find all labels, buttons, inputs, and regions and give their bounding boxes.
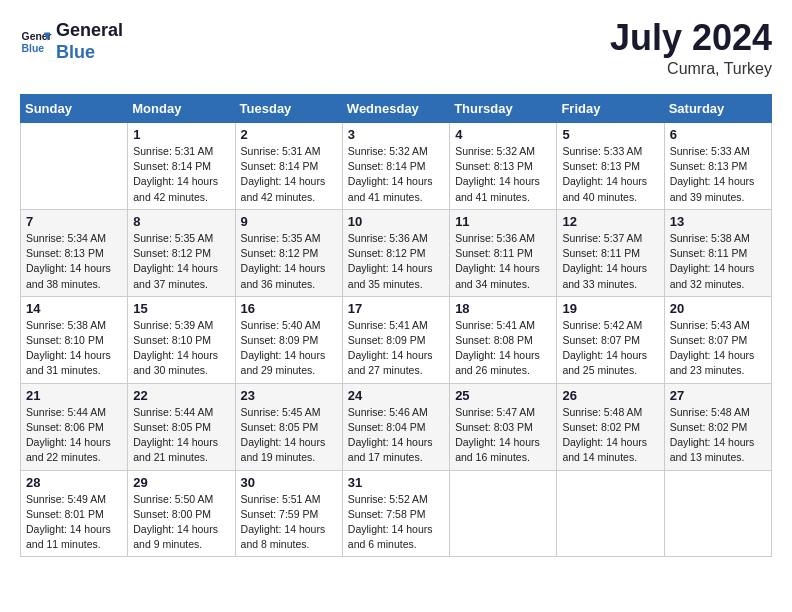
day-number: 14: [26, 301, 122, 316]
day-number: 4: [455, 127, 551, 142]
day-number: 10: [348, 214, 444, 229]
day-number: 21: [26, 388, 122, 403]
day-info: Sunrise: 5:44 AMSunset: 8:05 PMDaylight:…: [133, 405, 229, 466]
day-info: Sunrise: 5:39 AMSunset: 8:10 PMDaylight:…: [133, 318, 229, 379]
table-row: 4Sunrise: 5:32 AMSunset: 8:13 PMDaylight…: [450, 123, 557, 210]
day-info: Sunrise: 5:35 AMSunset: 8:12 PMDaylight:…: [133, 231, 229, 292]
day-number: 6: [670, 127, 766, 142]
day-number: 7: [26, 214, 122, 229]
day-number: 20: [670, 301, 766, 316]
day-number: 3: [348, 127, 444, 142]
table-row: 6Sunrise: 5:33 AMSunset: 8:13 PMDaylight…: [664, 123, 771, 210]
page-header: General Blue GeneralBlue July 2024 Cumra…: [20, 20, 772, 78]
day-number: 2: [241, 127, 337, 142]
day-info: Sunrise: 5:46 AMSunset: 8:04 PMDaylight:…: [348, 405, 444, 466]
day-number: 9: [241, 214, 337, 229]
day-info: Sunrise: 5:50 AMSunset: 8:00 PMDaylight:…: [133, 492, 229, 553]
table-row: 26Sunrise: 5:48 AMSunset: 8:02 PMDayligh…: [557, 383, 664, 470]
location: Cumra, Turkey: [610, 60, 772, 78]
day-info: Sunrise: 5:31 AMSunset: 8:14 PMDaylight:…: [133, 144, 229, 205]
table-row: 18Sunrise: 5:41 AMSunset: 8:08 PMDayligh…: [450, 296, 557, 383]
day-number: 31: [348, 475, 444, 490]
day-number: 30: [241, 475, 337, 490]
day-number: 12: [562, 214, 658, 229]
table-row: 24Sunrise: 5:46 AMSunset: 8:04 PMDayligh…: [342, 383, 449, 470]
day-info: Sunrise: 5:45 AMSunset: 8:05 PMDaylight:…: [241, 405, 337, 466]
table-row: 19Sunrise: 5:42 AMSunset: 8:07 PMDayligh…: [557, 296, 664, 383]
table-row: [557, 470, 664, 557]
table-row: 20Sunrise: 5:43 AMSunset: 8:07 PMDayligh…: [664, 296, 771, 383]
table-row: 12Sunrise: 5:37 AMSunset: 8:11 PMDayligh…: [557, 209, 664, 296]
table-row: 21Sunrise: 5:44 AMSunset: 8:06 PMDayligh…: [21, 383, 128, 470]
table-row: 17Sunrise: 5:41 AMSunset: 8:09 PMDayligh…: [342, 296, 449, 383]
calendar-header-row: Sunday Monday Tuesday Wednesday Thursday…: [21, 95, 772, 123]
table-row: 28Sunrise: 5:49 AMSunset: 8:01 PMDayligh…: [21, 470, 128, 557]
day-info: Sunrise: 5:34 AMSunset: 8:13 PMDaylight:…: [26, 231, 122, 292]
table-row: 27Sunrise: 5:48 AMSunset: 8:02 PMDayligh…: [664, 383, 771, 470]
month-year: July 2024: [610, 20, 772, 56]
table-row: [450, 470, 557, 557]
day-info: Sunrise: 5:36 AMSunset: 8:11 PMDaylight:…: [455, 231, 551, 292]
table-row: 30Sunrise: 5:51 AMSunset: 7:59 PMDayligh…: [235, 470, 342, 557]
day-info: Sunrise: 5:48 AMSunset: 8:02 PMDaylight:…: [670, 405, 766, 466]
day-number: 26: [562, 388, 658, 403]
table-row: 13Sunrise: 5:38 AMSunset: 8:11 PMDayligh…: [664, 209, 771, 296]
col-tuesday: Tuesday: [235, 95, 342, 123]
logo-icon: General Blue: [20, 26, 52, 58]
day-number: 13: [670, 214, 766, 229]
table-row: 25Sunrise: 5:47 AMSunset: 8:03 PMDayligh…: [450, 383, 557, 470]
table-row: 7Sunrise: 5:34 AMSunset: 8:13 PMDaylight…: [21, 209, 128, 296]
day-info: Sunrise: 5:40 AMSunset: 8:09 PMDaylight:…: [241, 318, 337, 379]
day-number: 29: [133, 475, 229, 490]
day-number: 16: [241, 301, 337, 316]
table-row: 3Sunrise: 5:32 AMSunset: 8:14 PMDaylight…: [342, 123, 449, 210]
day-number: 19: [562, 301, 658, 316]
day-info: Sunrise: 5:32 AMSunset: 8:13 PMDaylight:…: [455, 144, 551, 205]
day-info: Sunrise: 5:44 AMSunset: 8:06 PMDaylight:…: [26, 405, 122, 466]
col-wednesday: Wednesday: [342, 95, 449, 123]
col-friday: Friday: [557, 95, 664, 123]
day-info: Sunrise: 5:31 AMSunset: 8:14 PMDaylight:…: [241, 144, 337, 205]
day-number: 28: [26, 475, 122, 490]
table-row: 1Sunrise: 5:31 AMSunset: 8:14 PMDaylight…: [128, 123, 235, 210]
day-number: 27: [670, 388, 766, 403]
table-row: 10Sunrise: 5:36 AMSunset: 8:12 PMDayligh…: [342, 209, 449, 296]
table-row: 9Sunrise: 5:35 AMSunset: 8:12 PMDaylight…: [235, 209, 342, 296]
day-info: Sunrise: 5:41 AMSunset: 8:08 PMDaylight:…: [455, 318, 551, 379]
calendar-table: Sunday Monday Tuesday Wednesday Thursday…: [20, 94, 772, 557]
day-info: Sunrise: 5:32 AMSunset: 8:14 PMDaylight:…: [348, 144, 444, 205]
day-number: 25: [455, 388, 551, 403]
day-info: Sunrise: 5:37 AMSunset: 8:11 PMDaylight:…: [562, 231, 658, 292]
day-number: 11: [455, 214, 551, 229]
table-row: 11Sunrise: 5:36 AMSunset: 8:11 PMDayligh…: [450, 209, 557, 296]
day-info: Sunrise: 5:35 AMSunset: 8:12 PMDaylight:…: [241, 231, 337, 292]
table-row: 2Sunrise: 5:31 AMSunset: 8:14 PMDaylight…: [235, 123, 342, 210]
table-row: 15Sunrise: 5:39 AMSunset: 8:10 PMDayligh…: [128, 296, 235, 383]
day-info: Sunrise: 5:41 AMSunset: 8:09 PMDaylight:…: [348, 318, 444, 379]
day-number: 15: [133, 301, 229, 316]
day-info: Sunrise: 5:43 AMSunset: 8:07 PMDaylight:…: [670, 318, 766, 379]
col-thursday: Thursday: [450, 95, 557, 123]
table-row: [21, 123, 128, 210]
title-block: July 2024 Cumra, Turkey: [610, 20, 772, 78]
table-row: 31Sunrise: 5:52 AMSunset: 7:58 PMDayligh…: [342, 470, 449, 557]
svg-text:Blue: Blue: [22, 42, 45, 53]
day-number: 17: [348, 301, 444, 316]
col-saturday: Saturday: [664, 95, 771, 123]
logo: General Blue GeneralBlue: [20, 20, 123, 63]
day-number: 18: [455, 301, 551, 316]
day-number: 8: [133, 214, 229, 229]
day-info: Sunrise: 5:47 AMSunset: 8:03 PMDaylight:…: [455, 405, 551, 466]
table-row: 14Sunrise: 5:38 AMSunset: 8:10 PMDayligh…: [21, 296, 128, 383]
day-info: Sunrise: 5:42 AMSunset: 8:07 PMDaylight:…: [562, 318, 658, 379]
table-row: 22Sunrise: 5:44 AMSunset: 8:05 PMDayligh…: [128, 383, 235, 470]
day-info: Sunrise: 5:52 AMSunset: 7:58 PMDaylight:…: [348, 492, 444, 553]
col-sunday: Sunday: [21, 95, 128, 123]
logo-text: GeneralBlue: [56, 20, 123, 63]
table-row: 16Sunrise: 5:40 AMSunset: 8:09 PMDayligh…: [235, 296, 342, 383]
day-info: Sunrise: 5:51 AMSunset: 7:59 PMDaylight:…: [241, 492, 337, 553]
table-row: [664, 470, 771, 557]
table-row: 5Sunrise: 5:33 AMSunset: 8:13 PMDaylight…: [557, 123, 664, 210]
col-monday: Monday: [128, 95, 235, 123]
day-number: 1: [133, 127, 229, 142]
